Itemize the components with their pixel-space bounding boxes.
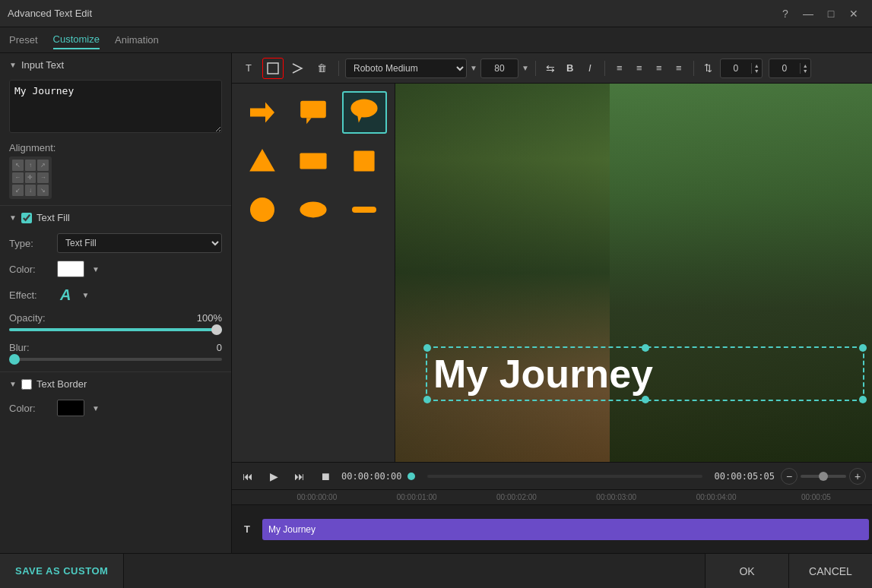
text-tool-btn[interactable]: T xyxy=(238,58,259,79)
ruler-mark-4: 00:00:04:00 xyxy=(666,493,766,501)
shape-circle[interactable] xyxy=(239,188,284,231)
align-center-btn[interactable]: ≡ xyxy=(631,58,648,78)
stop-btn[interactable]: ⏹ xyxy=(316,466,335,486)
timeline-track-line[interactable] xyxy=(427,475,702,478)
svg-marker-1 xyxy=(250,102,274,122)
delete-tool-btn[interactable]: 🗑 xyxy=(311,58,332,79)
opacity-section: Opacity: 100% xyxy=(0,309,231,339)
alignment-section: Alignment: ↖ ↑ ↗ ← ✛ → ↙ ↓ ↘ xyxy=(0,139,231,205)
ok-button[interactable]: OK xyxy=(705,554,788,589)
align-tr[interactable]: ↗ xyxy=(37,160,49,171)
blur-slider-track[interactable] xyxy=(9,358,222,361)
shape-tool-btn[interactable] xyxy=(262,58,284,79)
font-size-chevron-icon: ▼ xyxy=(522,64,529,72)
y-offset-down[interactable]: ▼ xyxy=(801,68,810,74)
alignment-label: Alignment: xyxy=(9,142,222,153)
playback-bar: ⏮ ▶ ⏭ ⏹ 00:00:00:00 00:00:05:05 − + xyxy=(232,463,872,490)
center-area: T 🗑 Roboto Medium ▼ 80 ▼ ⇆ B I ≡ ≡ ≡ ≡ xyxy=(232,53,872,553)
color-dropdown-arrow[interactable]: ▼ xyxy=(92,265,100,273)
x-offset-input[interactable] xyxy=(721,62,751,75)
align-ml[interactable]: ← xyxy=(12,172,24,184)
zoom-slider-thumb[interactable] xyxy=(819,472,828,481)
y-offset-up[interactable]: ▲ xyxy=(801,63,810,68)
x-offset-down[interactable]: ▼ xyxy=(752,68,762,74)
align-right-btn[interactable]: ≡ xyxy=(651,58,667,78)
ruler-mark-1: 00:00:01:00 xyxy=(366,493,466,501)
svg-marker-3 xyxy=(306,118,311,124)
timeline-ruler: 00:00:00:00 00:00:01:00 00:00:02:00 00:0… xyxy=(232,490,872,505)
transform-tool-btn[interactable] xyxy=(287,58,308,79)
effect-row: Effect: A ▼ xyxy=(0,281,231,309)
save-as-custom-button[interactable]: SAVE AS CUSTOM xyxy=(0,554,124,589)
align-br[interactable]: ↘ xyxy=(37,185,49,196)
title-bar-left: Advanced Text Edit xyxy=(8,8,92,19)
font-size-input[interactable]: 80 xyxy=(480,58,518,78)
blur-slider-thumb[interactable] xyxy=(9,354,20,365)
minimize-button[interactable]: — xyxy=(797,3,819,24)
track-content[interactable]: My Journey xyxy=(262,519,869,540)
type-select[interactable]: Text Fill Gradient Image xyxy=(57,233,222,253)
text-fill-arrow: ▼ xyxy=(9,213,17,222)
align-bl[interactable]: ↙ xyxy=(12,185,24,196)
x-offset-up[interactable]: ▲ xyxy=(752,63,762,68)
y-offset-group: ▲ ▼ xyxy=(769,58,811,78)
input-text-header[interactable]: ▼ Input Text xyxy=(0,53,231,77)
italic-btn[interactable]: I xyxy=(582,58,598,78)
text-overlay[interactable]: My Journey xyxy=(426,346,864,401)
tab-preset[interactable]: Preset xyxy=(9,31,38,49)
shape-rect-small[interactable] xyxy=(342,140,387,182)
forward-btn[interactable]: ⏭ xyxy=(290,466,309,486)
tab-animation[interactable]: Animation xyxy=(115,31,159,49)
color-row: Color: ▼ xyxy=(0,257,231,281)
cancel-button[interactable]: CANCEL xyxy=(788,554,872,589)
input-text-field[interactable]: My Journey xyxy=(9,80,222,133)
track-icon: T xyxy=(232,523,262,535)
help-button[interactable]: ? xyxy=(775,3,796,24)
opacity-slider-thumb[interactable] xyxy=(211,324,222,335)
text-fill-header[interactable]: ▼ Text Fill xyxy=(0,206,231,229)
maximize-button[interactable]: □ xyxy=(820,3,842,24)
shape-arrow[interactable] xyxy=(239,91,284,134)
tab-customize[interactable]: Customize xyxy=(53,30,100,49)
effect-btn[interactable]: A xyxy=(57,285,74,305)
shape-speech-round[interactable] xyxy=(342,91,387,134)
font-family-select[interactable]: Roboto Medium xyxy=(345,58,467,78)
toolbar-sep-4 xyxy=(693,61,694,76)
bold-btn[interactable]: B xyxy=(562,58,579,78)
shape-line[interactable] xyxy=(342,188,387,231)
play-btn[interactable]: ▶ xyxy=(264,466,284,486)
align-justify-btn[interactable]: ≡ xyxy=(671,58,687,78)
type-label: Type: xyxy=(9,238,51,249)
align-bc[interactable]: ↓ xyxy=(25,185,36,196)
border-color-arrow[interactable]: ▼ xyxy=(92,404,100,413)
shape-rect-wide[interactable] xyxy=(290,140,335,182)
shape-speech-rect[interactable] xyxy=(290,91,335,134)
effect-dropdown-arrow[interactable]: ▼ xyxy=(81,291,89,299)
ruler-mark-5: 00:00:05 xyxy=(766,493,866,501)
align-mr[interactable]: → xyxy=(37,172,49,184)
text-fill-checkbox[interactable] xyxy=(21,213,32,223)
text-dir-btn[interactable]: ⇅ xyxy=(700,58,717,78)
spacing-btn[interactable]: ⇆ xyxy=(542,58,559,78)
y-offset-input[interactable] xyxy=(769,62,800,75)
svg-rect-8 xyxy=(354,150,375,171)
opacity-slider-track[interactable] xyxy=(9,328,222,331)
zoom-out-btn[interactable]: − xyxy=(781,468,797,485)
align-left-btn[interactable]: ≡ xyxy=(611,58,628,78)
toolbar-sep-1 xyxy=(338,61,339,76)
align-mc[interactable]: ✛ xyxy=(25,172,36,184)
zoom-in-btn[interactable]: + xyxy=(849,468,866,485)
shape-triangle[interactable] xyxy=(239,140,284,182)
track-type-label: T xyxy=(244,523,250,535)
text-border-header[interactable]: ▼ Text Border xyxy=(0,372,231,396)
color-swatch[interactable] xyxy=(57,261,84,277)
opacity-slider-fill xyxy=(9,328,222,331)
shape-oval[interactable] xyxy=(290,188,335,231)
rewind-btn[interactable]: ⏮ xyxy=(238,466,258,486)
border-color-swatch[interactable] xyxy=(57,400,84,416)
align-tc[interactable]: ↑ xyxy=(25,160,36,171)
opacity-label: Opacity: xyxy=(9,312,46,324)
close-button[interactable]: ✕ xyxy=(843,3,864,24)
align-tl[interactable]: ↖ xyxy=(12,160,24,171)
text-border-checkbox[interactable] xyxy=(21,379,32,390)
